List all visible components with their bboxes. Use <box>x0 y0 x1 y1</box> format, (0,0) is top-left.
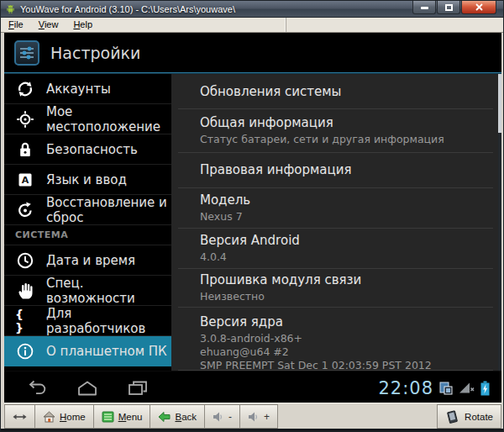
close-button[interactable] <box>461 1 496 14</box>
settings-sidebar: Аккаунты Мое местоположение <box>4 74 171 371</box>
home-house-icon <box>43 411 55 423</box>
sidebar-item-accounts[interactable]: Аккаунты <box>4 74 171 104</box>
window-bottom-frame <box>1 429 503 431</box>
minimize-button[interactable] <box>412 1 436 14</box>
sidebar-item-developer-options[interactable]: { } Для разработчиков <box>4 306 171 336</box>
signal-icon <box>459 382 475 394</box>
minimize-icon <box>421 7 428 9</box>
sidebar-item-label: Дата и время <box>46 253 135 268</box>
sidebar-section-system: СИСТЕМА <box>4 225 171 245</box>
volume-down-label: - <box>228 411 232 423</box>
resize-arrows-icon <box>13 412 27 422</box>
youwave-window: YouWave for Android (3.10) - C:\Users\Ar… <box>0 0 504 432</box>
volume-up-button[interactable]: + <box>239 404 278 429</box>
menu-view[interactable]: View <box>31 18 66 32</box>
list-item-model[interactable]: Модель Nexus 7 <box>178 188 493 229</box>
list-item-kernel-version[interactable]: Версия ядра 3.0.8-android-x86+ ehuang@u6… <box>178 308 493 371</box>
sidebar-item-accessibility[interactable]: Спец. возможности <box>4 276 171 306</box>
settings-body: Аккаунты Мое местоположение <box>4 74 501 371</box>
sidebar-item-label: Для разработчиков <box>46 306 171 336</box>
sidebar-item-label: Спец. возможности <box>46 276 171 306</box>
rotate-button[interactable]: Rotate <box>437 404 501 429</box>
home-button[interactable]: Home <box>34 404 94 429</box>
android-screen: Настройки Аккаунты <box>4 33 501 403</box>
scrollbar-thumb[interactable] <box>498 74 501 133</box>
menu-file[interactable]: File <box>1 18 31 32</box>
list-item-status[interactable]: Общая информация Статус батареи, сети и … <box>178 109 493 153</box>
rotate-device-icon <box>445 410 460 424</box>
volume-up-label: + <box>264 411 270 423</box>
close-icon <box>475 3 483 11</box>
back-arrow-icon <box>158 411 171 423</box>
back-icon <box>26 380 48 397</box>
sync-icon <box>15 79 35 99</box>
resize-button[interactable] <box>4 404 35 429</box>
sidebar-item-label: О планшетном ПК <box>46 344 167 359</box>
page-title: Настройки <box>50 44 140 62</box>
speaker-icon <box>213 411 224 423</box>
sidebar-item-label: Язык и ввод <box>46 172 127 187</box>
emulator-toolbar: Home Menu Back - <box>4 403 501 429</box>
status-tray[interactable]: 22:08 <box>378 378 490 398</box>
lock-icon <box>15 140 35 160</box>
battery-charging-icon <box>480 381 490 396</box>
maximize-icon <box>445 4 453 11</box>
sidebar-item-label: Мое местоположение <box>46 104 171 134</box>
settings-app-icon <box>14 40 39 66</box>
list-item-legal-info[interactable]: Правовая информация <box>178 153 493 188</box>
window-titlebar[interactable]: YouWave for Android (3.10) - C:\Users\Ar… <box>1 1 503 18</box>
menu-button-label: Menu <box>118 412 143 422</box>
rotate-button-label: Rotate <box>465 412 493 422</box>
recents-nav-button[interactable] <box>125 378 150 398</box>
back-button-label: Back <box>175 412 197 422</box>
info-icon <box>15 341 35 361</box>
sidebar-item-language[interactable]: A Язык и ввод <box>4 165 171 195</box>
sidebar-item-location[interactable]: Мое местоположение <box>4 104 171 134</box>
list-item-baseband[interactable]: Прошивка модуля связи Неизвестно <box>178 269 493 308</box>
window-controls <box>412 1 496 14</box>
clock-icon <box>15 250 35 271</box>
language-icon: A <box>15 170 35 190</box>
menu-band: File View Help <box>1 18 286 32</box>
speaker-icon <box>248 411 260 423</box>
settings-header: Настройки <box>4 33 501 72</box>
window-title: YouWave for Android (3.10) - C:\Users\Ar… <box>20 4 235 14</box>
maximize-button[interactable] <box>437 1 460 14</box>
screenshot-notification-icon <box>439 382 453 395</box>
home-nav-button[interactable] <box>75 378 100 398</box>
language-letter: A <box>22 175 29 186</box>
list-item-android-version[interactable]: Версия Android 4.0.4 <box>178 229 493 269</box>
home-icon <box>76 380 98 397</box>
sidebar-item-label: Восстановление и сброс <box>46 195 171 225</box>
sidebar-item-date-time[interactable]: Дата и время <box>4 245 171 276</box>
sidebar-item-backup-reset[interactable]: Восстановление и сброс <box>4 195 171 225</box>
menubar: File View Help <box>1 18 503 33</box>
sliders-icon <box>18 44 36 62</box>
home-button-label: Home <box>60 412 86 422</box>
android-system-bar: 22:08 <box>4 371 501 403</box>
menu-list-icon <box>102 411 114 423</box>
list-item-system-updates[interactable]: Обновления системы <box>178 76 493 109</box>
location-icon <box>15 109 35 129</box>
sidebar-item-about-tablet[interactable]: О планшетном ПК <box>4 336 171 366</box>
nav-buttons <box>16 378 150 398</box>
sidebar-item-label: Аккаунты <box>46 82 111 97</box>
hand-icon <box>15 281 35 301</box>
clock-text: 22:08 <box>378 378 433 398</box>
back-button[interactable]: Back <box>150 404 205 429</box>
back-nav-button[interactable] <box>24 378 50 398</box>
restore-icon <box>15 200 35 220</box>
volume-down-button[interactable]: - <box>204 404 240 429</box>
menu-button[interactable]: Menu <box>93 404 151 429</box>
about-tablet-panel: Обновления системы Общая информация Стат… <box>171 74 501 371</box>
menu-help[interactable]: Help <box>66 18 100 32</box>
braces-icon: { } <box>15 311 35 331</box>
sidebar-item-security[interactable]: Безопасность <box>4 134 171 165</box>
recents-icon <box>127 380 149 397</box>
sidebar-item-label: Безопасность <box>46 142 138 157</box>
android-logo-icon <box>5 3 16 14</box>
